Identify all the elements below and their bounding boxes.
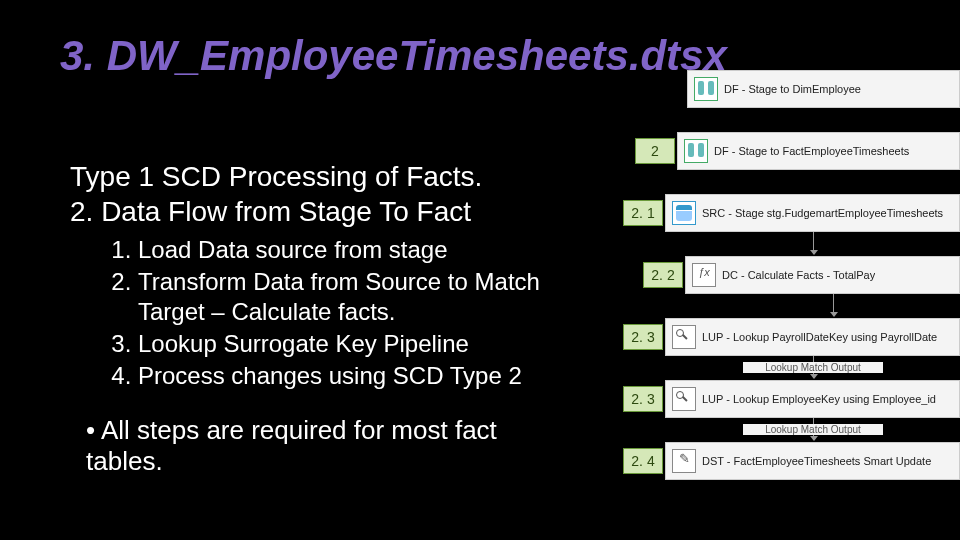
task-node: 2. 2 DC - Calculate Facts - TotalPay bbox=[643, 256, 960, 294]
steps-list: Load Data source from stage Transform Da… bbox=[108, 235, 568, 393]
task-label: DF - Stage to DimEmployee bbox=[724, 83, 861, 95]
list-item: Process changes using SCD Type 2 bbox=[138, 361, 568, 391]
subtitle-1: Type 1 SCD Processing of Facts. bbox=[70, 160, 482, 194]
dataflow-icon bbox=[694, 77, 718, 101]
task-node: 2. 3 LUP - Lookup EmployeeKey using Empl… bbox=[623, 380, 960, 418]
flow-arrow bbox=[813, 232, 814, 254]
task-label: DF - Stage to FactEmployeeTimesheets bbox=[714, 145, 909, 157]
task-box: DST - FactEmployeeTimesheets Smart Updat… bbox=[665, 442, 960, 480]
dataflow-icon bbox=[684, 139, 708, 163]
task-box: SRC - Stage stg.FudgemartEmployeeTimeshe… bbox=[665, 194, 960, 232]
task-label: SRC - Stage stg.FudgemartEmployeeTimeshe… bbox=[702, 207, 943, 219]
task-box: DC - Calculate Facts - TotalPay bbox=[685, 256, 960, 294]
task-node: DF - Stage to DimEmployee bbox=[645, 70, 960, 108]
task-box: LUP - Lookup EmployeeKey using Employee_… bbox=[665, 380, 960, 418]
task-label: LUP - Lookup PayrollDateKey using Payrol… bbox=[702, 331, 937, 343]
task-label: DST - FactEmployeeTimesheets Smart Updat… bbox=[702, 455, 931, 467]
step-tag: 2. 1 bbox=[623, 200, 663, 226]
task-node: 2. 3 LUP - Lookup PayrollDateKey using P… bbox=[623, 318, 960, 356]
list-item: Transform Data from Source to Match Targ… bbox=[138, 267, 568, 327]
task-label: DC - Calculate Facts - TotalPay bbox=[722, 269, 875, 281]
ssis-diagram: DF - Stage to DimEmployee 2 DF - Stage t… bbox=[605, 70, 960, 504]
step-tag: 2. 2 bbox=[643, 262, 683, 288]
derived-column-icon bbox=[692, 263, 716, 287]
step-tag: 2 bbox=[635, 138, 675, 164]
source-icon bbox=[672, 201, 696, 225]
step-tag: 2. 4 bbox=[623, 448, 663, 474]
task-node: 2. 4 DST - FactEmployeeTimesheets Smart … bbox=[623, 442, 960, 480]
task-box: DF - Stage to FactEmployeeTimesheets bbox=[677, 132, 960, 170]
lookup-icon bbox=[672, 387, 696, 411]
arrow-label: Lookup Match Output bbox=[743, 424, 883, 435]
subtitle-2: 2. Data Flow from Stage To Fact bbox=[70, 195, 471, 229]
step-tag: 2. 3 bbox=[623, 324, 663, 350]
task-label: LUP - Lookup EmployeeKey using Employee_… bbox=[702, 393, 936, 405]
bullet-note: • All steps are required for most fact t… bbox=[86, 415, 556, 477]
task-node: 2. 1 SRC - Stage stg.FudgemartEmployeeTi… bbox=[623, 194, 960, 232]
list-item: Load Data source from stage bbox=[138, 235, 568, 265]
step-tag: 2. 3 bbox=[623, 386, 663, 412]
arrow-label: Lookup Match Output bbox=[743, 362, 883, 373]
task-box: DF - Stage to DimEmployee bbox=[687, 70, 960, 108]
task-box: LUP - Lookup PayrollDateKey using Payrol… bbox=[665, 318, 960, 356]
slide: 3. DW_EmployeeTimesheets.dtsx Type 1 SCD… bbox=[0, 0, 960, 540]
lookup-icon bbox=[672, 325, 696, 349]
list-item: Lookup Surrogate Key Pipeline bbox=[138, 329, 568, 359]
task-node: 2 DF - Stage to FactEmployeeTimesheets bbox=[635, 132, 960, 170]
destination-icon bbox=[672, 449, 696, 473]
flow-arrow bbox=[833, 294, 834, 316]
